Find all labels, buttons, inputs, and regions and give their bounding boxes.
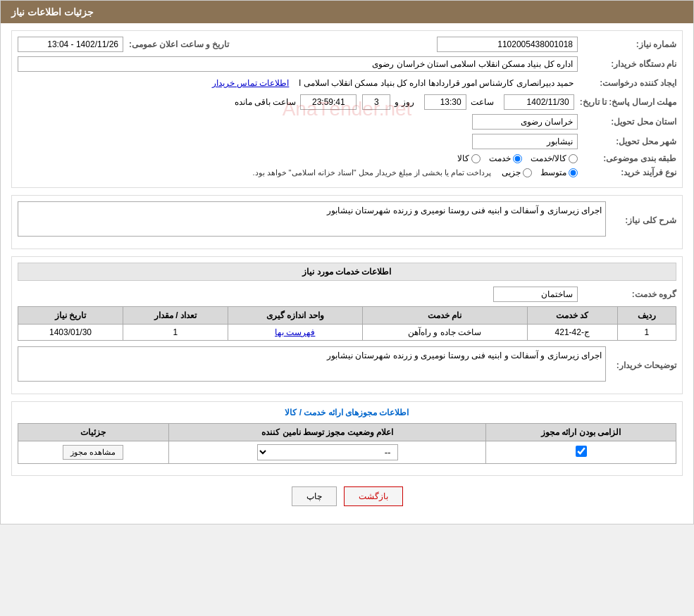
- tender-number-label: شماره نیاز:: [578, 39, 676, 49]
- row-code: ج-42-421: [527, 325, 617, 341]
- category-kala-radio[interactable]: [471, 154, 481, 163]
- response-time: 13:30: [424, 94, 466, 110]
- city-row: شهر محل تحویل: نیشابور: [18, 134, 676, 149]
- col-row: ردیف: [617, 307, 676, 325]
- page-title: جزئیات اطلاعات نیاز: [11, 6, 94, 18]
- col-unit: واحد اندازه گیری: [228, 307, 362, 325]
- response-time-label: ساعت: [466, 95, 498, 109]
- purchase-jozi-radio[interactable]: [523, 168, 532, 177]
- purchase-jozi-label: جزیی: [502, 168, 521, 177]
- license-required-checkbox[interactable]: [576, 446, 587, 457]
- license-table-head: الزامی بودن ارائه مجوز اعلام وضعیت مجوز …: [18, 424, 676, 441]
- province-value: خراسان رضوی: [472, 114, 578, 130]
- response-deadline-row: مهلت ارسال پاسخ: تا تاریخ: 1402/11/30 سا…: [18, 94, 676, 110]
- purchase-mottavas-radio[interactable]: [569, 168, 578, 177]
- description-textarea: [18, 201, 606, 237]
- services-table: ردیف کد خدمت نام خدمت واحد اندازه گیری ت…: [18, 306, 676, 341]
- purchase-type-label: نوع فرآیند خرید:: [578, 168, 676, 177]
- services-table-body: 1 ج-42-421 ساخت جاده و راه‌آهن فهرست بها…: [18, 325, 676, 341]
- page-header: جزئیات اطلاعات نیاز: [1, 1, 693, 23]
- service-group-label: گروه خدمت:: [578, 289, 676, 299]
- announcement-date-label: تاریخ و ساعت اعلان عمومی:: [123, 39, 229, 49]
- services-section-title: اطلاعات خدمات مورد نیاز: [18, 263, 676, 281]
- purchase-type-row: نوع فرآیند خرید: جزیی متوسط پرداخت تمام …: [18, 168, 676, 177]
- buyer-desc-row: توضیحات خریدار:: [18, 346, 676, 384]
- table-row: 1 ج-42-421 ساخت جاده و راه‌آهن فهرست بها…: [18, 325, 676, 341]
- category-khadamat-label: خدمت: [489, 153, 511, 163]
- col-name: نام خدمت: [362, 307, 527, 325]
- purchase-jozi: جزیی: [502, 168, 532, 177]
- description-section: شرح کلی نیاز:: [11, 195, 683, 249]
- license-header-row: الزامی بودن ارائه مجوز اعلام وضعیت مجوز …: [18, 424, 676, 441]
- category-khadamat-radio[interactable]: [513, 154, 522, 163]
- col-quantity: تعداد / مقدار: [123, 307, 228, 325]
- row-number: 1: [617, 325, 676, 341]
- category-row: طبقه بندی موضوعی: کالا خدمت کالا/خدمت: [18, 153, 676, 163]
- description-container: [18, 201, 606, 239]
- tender-number-row: شماره نیاز: 1102005438001018 تاریخ و ساع…: [18, 37, 676, 52]
- license-table: الزامی بودن ارائه مجوز اعلام وضعیت مجوز …: [18, 423, 676, 464]
- buyer-desc-container: [18, 346, 606, 384]
- purchase-notice: پرداخت تمام یا بخشی از مبلغ خریدار محل "…: [252, 168, 491, 177]
- response-deadline-label: مهلت ارسال پاسخ: تا تاریخ:: [574, 97, 676, 107]
- license-col-status: اعلام وضعیت مجوز توسط نامین کننده: [168, 424, 485, 441]
- requester-link[interactable]: اطلاعات تماس خریدار: [212, 78, 290, 88]
- province-label: استان محل تحویل:: [578, 117, 676, 127]
- license-status-select[interactable]: --: [257, 444, 398, 460]
- col-date: تاریخ نیاز: [18, 307, 123, 325]
- button-group: بازگشت چاپ: [11, 486, 683, 506]
- buyer-desc-label: توضیحات خریدار:: [606, 360, 676, 370]
- service-group-value: ساختمان: [493, 287, 578, 302]
- row-quantity: 1: [123, 325, 228, 341]
- license-section: اطلاعات مجوزهای ارائه خدمت / کالا الزامی…: [11, 401, 683, 476]
- category-radio-group: کالا خدمت کالا/خدمت: [457, 153, 578, 163]
- row-service-name: ساخت جاده و راه‌آهن: [362, 325, 527, 341]
- license-row: -- مشاهده مجوز: [18, 441, 676, 464]
- back-button[interactable]: بازگشت: [344, 486, 403, 506]
- col-code: کد خدمت: [527, 307, 617, 325]
- city-value: نیشابور: [472, 134, 578, 149]
- license-table-body: -- مشاهده مجوز: [18, 441, 676, 464]
- buyer-org-value: اداره کل بنیاد مسکن انقلاب اسلامی استان …: [18, 56, 578, 72]
- license-col-details: جزئیات: [18, 424, 169, 441]
- buyer-desc-textarea: [18, 346, 606, 382]
- city-label: شهر محل تحویل:: [578, 137, 676, 146]
- buyer-org-row: نام دستگاه خریدار: اداره کل بنیاد مسکن ا…: [18, 56, 676, 72]
- requester-label: ایجاد کننده درخواست:: [578, 78, 676, 88]
- buyer-org-label: نام دستگاه خریدار:: [578, 59, 676, 69]
- purchase-type-radio-group: جزیی متوسط: [502, 168, 578, 177]
- license-section-title: اطلاعات مجوزهای ارائه خدمت / کالا: [18, 408, 676, 417]
- license-required-cell: [486, 441, 676, 464]
- unit-link[interactable]: فهرست بها: [275, 327, 315, 337]
- response-days: 3: [362, 94, 390, 110]
- category-label: طبقه بندی موضوعی:: [578, 153, 676, 163]
- page-wrapper: جزئیات اطلاعات نیاز AnaТender.net شماره …: [0, 0, 694, 524]
- category-kala-khadamat-label: کالا/خدمت: [531, 153, 566, 163]
- license-col-required: الزامی بودن ارائه مجوز: [486, 424, 676, 441]
- category-kala: کالا: [457, 153, 481, 163]
- main-content: AnaТender.net شماره نیاز: 11020054380010…: [1, 23, 693, 524]
- province-row: استان محل تحویل: خراسان رضوی: [18, 114, 676, 130]
- print-button[interactable]: چاپ: [292, 486, 337, 506]
- category-kala-label: کالا: [457, 153, 469, 163]
- description-label: شرح کلی نیاز:: [606, 215, 676, 225]
- response-remaining-label: ساعت باقی مانده: [230, 95, 301, 109]
- service-group-row: گروه خدمت: ساختمان: [18, 287, 676, 302]
- services-table-header-row: ردیف کد خدمت نام خدمت واحد اندازه گیری ت…: [18, 307, 676, 325]
- tender-number-value: 1102005438001018: [437, 37, 578, 52]
- requester-value: حمید دبیرانصاری کارشناس امور قراردادها ا…: [295, 76, 578, 90]
- purchase-mottavas: متوسط: [540, 168, 578, 177]
- response-date: 1402/11/30: [504, 94, 574, 110]
- view-license-button[interactable]: مشاهده مجوز: [63, 445, 123, 460]
- services-table-head: ردیف کد خدمت نام خدمت واحد اندازه گیری ت…: [18, 307, 676, 325]
- response-remaining: 23:59:41: [300, 94, 357, 110]
- license-details-cell: مشاهده مجوز: [18, 441, 169, 464]
- response-days-label: روز و: [390, 95, 418, 109]
- category-kala-khadamat-radio[interactable]: [569, 154, 578, 163]
- row-unit: فهرست بها: [228, 325, 362, 341]
- main-info-section: AnaТender.net شماره نیاز: 11020054380010…: [11, 30, 683, 188]
- services-section: اطلاعات خدمات مورد نیاز گروه خدمت: ساختم…: [11, 256, 683, 394]
- description-row: شرح کلی نیاز:: [18, 201, 676, 239]
- purchase-mottavas-label: متوسط: [540, 168, 566, 177]
- requester-row: ایجاد کننده درخواست: حمید دبیرانصاری کار…: [18, 76, 676, 90]
